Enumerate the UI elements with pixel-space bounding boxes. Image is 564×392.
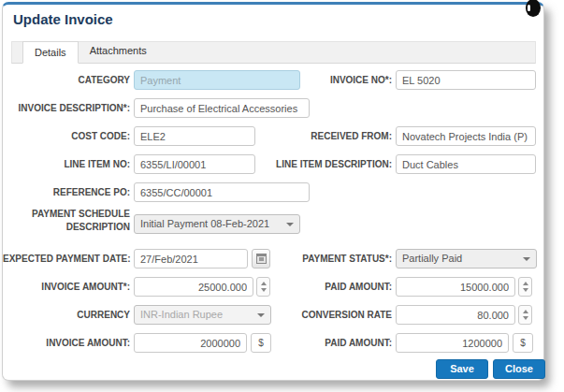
spin-down-button[interactable] [523,316,528,320]
tab-attachments[interactable]: Attachments [79,40,158,63]
received-from-label: RECEIVED FROM: [261,126,392,146]
invoice-amount-label: INVOICE AMOUNT*: [3,277,130,297]
paid-amount-field[interactable] [396,277,515,297]
line-item-description-label: LINE ITEM DESCRIPTION: [261,154,392,174]
reference-po-label: REFERENCE PO: [3,182,130,202]
conversion-rate-label: CONVERSION RATE [261,305,392,325]
invoice-amount-converted-label: INVOICE AMOUNT: [3,333,130,353]
invoice-description-label: INVOICE DESCRIPTION*: [3,98,130,118]
payment-schedule-description-select[interactable]: Initial Payment 08-Feb-2021 [134,214,300,234]
received-from-field[interactable] [396,126,536,146]
line-item-description-field[interactable] [396,154,536,174]
paid-amount-label: PAID AMOUNT: [261,277,392,297]
cursor-icon [526,0,541,17]
invoice-description-field[interactable] [134,98,310,118]
payment-status-value: Partially Paid [402,253,462,264]
spin-down-button[interactable] [523,288,528,292]
spin-up-button[interactable] [523,310,528,313]
chevron-down-icon [286,223,294,226]
paid-amount-converted-label: PAID AMOUNT: [261,333,392,353]
paid-amount-converted-field[interactable] [396,333,509,353]
conversion-rate-spinner [518,305,532,325]
expected-payment-date-field[interactable] [134,249,248,269]
paid-amount-currency-suffix: $ [513,333,533,353]
payment-status-select[interactable]: Partially Paid [396,249,537,269]
spin-up-button[interactable] [523,282,528,285]
currency-select: INR-Indian Rupee [134,305,271,325]
expected-payment-date-label: EXPECTED PAYMENT DATE: [3,249,130,269]
invoice-no-field[interactable] [396,70,536,90]
close-button[interactable]: Close [493,359,545,379]
invoice-no-label: INVOICE NO*: [261,70,392,90]
payment-status-label: PAYMENT STATUS*: [261,249,392,269]
line-item-no-label: LINE ITEM NO: [3,154,130,174]
invoice-amount-field[interactable] [134,277,253,297]
tab-details[interactable]: Details [22,41,79,64]
currency-label: CURRENCY [3,305,130,325]
save-button[interactable]: Save [436,359,488,379]
invoice-amount-converted-field[interactable] [134,333,247,353]
line-item-no-field[interactable] [134,154,255,174]
currency-value: INR-Indian Rupee [140,309,223,320]
cost-code-label: COST CODE: [3,126,130,146]
update-invoice-dialog: Update Invoice Details Attachments CATEG… [2,2,544,381]
reference-po-field[interactable] [134,182,310,202]
cost-code-field[interactable] [134,126,255,146]
page-title: Update Invoice [13,11,113,27]
paid-amount-spinner [518,277,532,297]
conversion-rate-field[interactable] [396,305,515,325]
payment-schedule-description-label: PAYMENT SCHEDULE DESCRIPTION [18,208,130,234]
payment-schedule-description-value: Initial Payment 08-Feb-2021 [140,218,269,229]
tab-bar: Details Attachments [11,41,536,64]
chevron-down-icon [523,257,530,261]
category-label: CATEGORY [3,70,130,90]
